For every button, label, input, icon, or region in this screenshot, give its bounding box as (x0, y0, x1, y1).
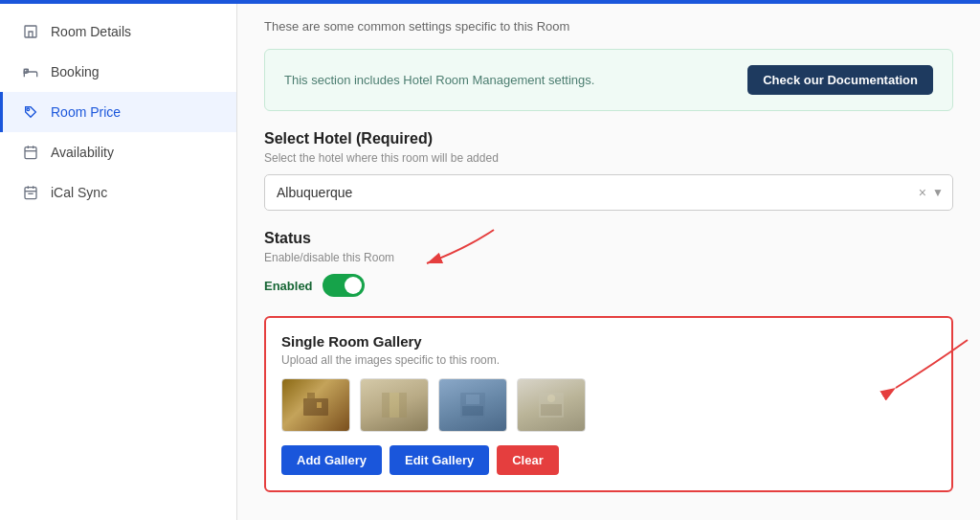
toggle-label: Enabled (264, 279, 313, 293)
gallery-buttons: Add Gallery Edit Gallery Clear (281, 445, 936, 475)
status-title: Status (264, 230, 953, 247)
sidebar: Room Details Booking Room Price Availabi… (0, 4, 237, 520)
gallery-title: Single Room Gallery (281, 333, 936, 350)
sidebar-item-availability[interactable]: Availability (0, 132, 236, 172)
ical-icon (22, 184, 39, 201)
gallery-images (281, 378, 936, 432)
svg-rect-13 (303, 398, 328, 416)
svg-rect-20 (462, 406, 483, 416)
sidebar-item-label: Room Price (51, 104, 121, 120)
select-clear-button[interactable]: × (919, 185, 926, 200)
hotel-select-wrapper: × ▼ (264, 174, 953, 211)
sidebar-item-label: iCal Sync (51, 185, 107, 200)
clear-button[interactable]: Clear (497, 445, 559, 475)
status-desc: Enable/disable this Room (264, 251, 953, 264)
toggle-track (323, 274, 365, 297)
select-hotel-desc: Select the hotel where this room will be… (264, 151, 953, 165)
tag-icon (22, 103, 39, 121)
info-box: This section includes Hotel Room Managem… (264, 49, 953, 111)
sidebar-item-label: Booking (51, 64, 100, 79)
sidebar-item-room-price[interactable]: Room Price (0, 92, 236, 132)
sidebar-item-booking[interactable]: Booking (0, 52, 236, 92)
svg-rect-3 (25, 147, 36, 159)
sidebar-item-label: Room Details (51, 24, 131, 39)
arrow-annotation-toggle (341, 220, 532, 278)
building-icon (22, 23, 39, 40)
svg-rect-14 (307, 393, 315, 398)
status-section: Status Enable/disable this Room Enabled (264, 230, 953, 297)
bed-icon (22, 63, 39, 80)
main-content: These are some common settings specific … (237, 4, 980, 520)
svg-rect-21 (466, 395, 479, 404)
svg-rect-23 (541, 404, 562, 416)
page-subtitle: These are some common settings specific … (264, 19, 953, 34)
enabled-toggle[interactable] (323, 274, 365, 297)
check-documentation-button[interactable]: Check our Documentation (747, 65, 933, 95)
svg-point-24 (547, 395, 555, 402)
sidebar-item-label: Availability (51, 145, 114, 160)
add-gallery-button[interactable]: Add Gallery (281, 445, 382, 475)
gallery-image-3[interactable] (438, 378, 507, 432)
availability-icon (22, 144, 39, 161)
sidebar-item-room-details[interactable]: Room Details (0, 11, 236, 52)
sidebar-item-ical-sync[interactable]: iCal Sync (0, 172, 236, 213)
svg-rect-17 (382, 393, 390, 418)
hotel-select-input[interactable] (264, 174, 953, 211)
gallery-image-4[interactable] (517, 378, 586, 432)
gallery-image-2[interactable] (360, 378, 429, 432)
toggle-row: Enabled (264, 274, 953, 297)
select-hotel-section: Select Hotel (Required) Select the hotel… (264, 130, 953, 211)
svg-rect-18 (399, 393, 407, 418)
gallery-container: Single Room Gallery Upload all the image… (264, 316, 953, 492)
svg-rect-15 (317, 402, 322, 408)
select-hotel-title: Select Hotel (Required) (264, 130, 953, 147)
info-box-text: This section includes Hotel Room Managem… (284, 73, 594, 87)
svg-point-2 (27, 108, 30, 111)
edit-gallery-button[interactable]: Edit Gallery (390, 445, 489, 475)
toggle-thumb (345, 277, 362, 294)
gallery-image-1[interactable] (281, 378, 350, 432)
gallery-desc: Upload all the images specific to this r… (281, 353, 936, 367)
gallery-section: Single Room Gallery Upload all the image… (264, 316, 953, 492)
